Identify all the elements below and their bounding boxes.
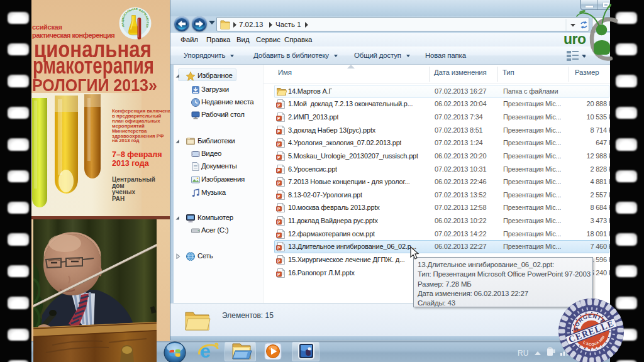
svg-text:uro: uro xyxy=(564,31,586,47)
svg-text:e: e xyxy=(200,341,211,361)
